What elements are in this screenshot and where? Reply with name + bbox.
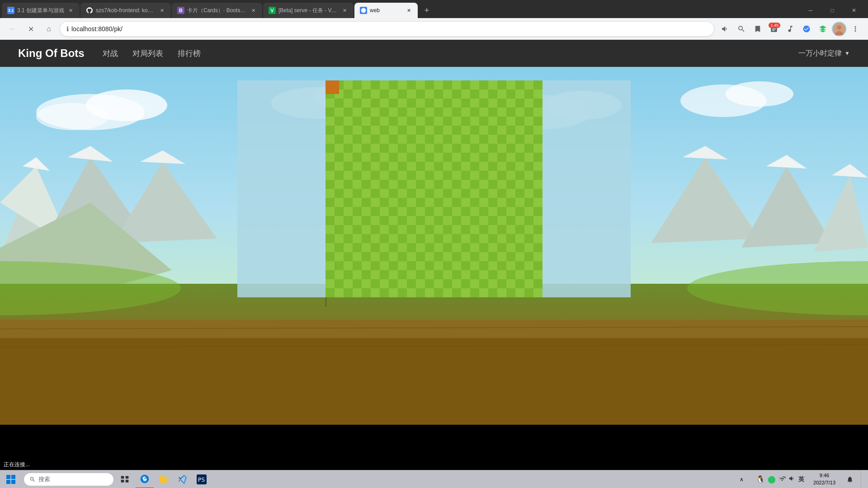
settings-button[interactable] bbox=[848, 22, 863, 36]
taskbar: 搜索 bbox=[0, 470, 868, 488]
svg-rect-42 bbox=[126, 479, 129, 482]
badge-count: 1.45 bbox=[769, 23, 780, 28]
home-button[interactable]: ⌂ bbox=[42, 22, 56, 36]
taskbar-search[interactable]: 搜索 bbox=[24, 473, 114, 486]
user-menu[interactable]: 一万小时定律 ▼ bbox=[798, 49, 850, 58]
game-container bbox=[237, 80, 631, 297]
secure-icon: ℹ bbox=[66, 25, 69, 33]
app-nav: King Of Bots 对战 对局列表 排行榜 一万小时定律 ▼ bbox=[0, 40, 868, 67]
systray: 🐧 ⬤ 英 bbox=[752, 475, 808, 484]
tab-3-title: 卡片（Cards）· Bootstra... bbox=[187, 7, 247, 14]
nav-link-leaderboard[interactable]: 排行榜 bbox=[178, 48, 201, 59]
systray-language-icon[interactable]: 英 bbox=[798, 475, 804, 483]
app-title: King Of Bots bbox=[18, 47, 85, 60]
toolbar: ← ✕ ⌂ ℹ localhost:8080/pk/ 1.45 bbox=[0, 18, 868, 40]
tab-controls: ─ □ ✕ bbox=[800, 3, 868, 18]
extension-1[interactable] bbox=[799, 22, 814, 36]
systray-network-icon[interactable]: ⬤ bbox=[768, 475, 776, 483]
show-desktop-button[interactable] bbox=[861, 470, 864, 488]
svg-point-13 bbox=[726, 81, 793, 107]
zoom-button[interactable] bbox=[734, 22, 749, 36]
taskbar-clock[interactable]: 9:46 2022/7/13 bbox=[810, 472, 839, 486]
right-panel bbox=[542, 80, 631, 297]
svg-point-7 bbox=[36, 103, 108, 130]
new-tab-button[interactable]: + bbox=[420, 4, 433, 17]
nav-link-battle[interactable]: 对战 bbox=[103, 48, 118, 59]
tab-3[interactable]: B 卡片（Cards）· Bootstra... ✕ bbox=[172, 3, 262, 18]
svg-rect-39 bbox=[121, 476, 124, 479]
canvas-scrollbar[interactable] bbox=[326, 298, 326, 307]
tab-1-title: 3.1 创建菜单与游戏 bbox=[17, 7, 64, 14]
nav-link-matchlist[interactable]: 对局列表 bbox=[132, 48, 163, 59]
page-content bbox=[0, 67, 868, 425]
tab-2-title: szs7/kob-frontend: kob fr... bbox=[96, 7, 156, 14]
tab-4-close[interactable]: ✕ bbox=[341, 7, 348, 14]
status-bar: 正在连接... bbox=[0, 459, 217, 470]
status-text: 正在连接... bbox=[4, 461, 30, 469]
maximize-button[interactable]: □ bbox=[822, 3, 843, 18]
tab-4-title: [Beta] serve - 任务 - Vue C... bbox=[278, 7, 338, 14]
clock-date: 2022/7/13 bbox=[813, 479, 835, 486]
svg-rect-37 bbox=[6, 480, 10, 484]
svg-rect-35 bbox=[6, 475, 10, 479]
tab-3-favicon: B bbox=[177, 7, 184, 14]
reload-button[interactable]: ✕ bbox=[24, 22, 38, 36]
extension-audio-button[interactable] bbox=[783, 22, 797, 36]
dropdown-arrow-icon: ▼ bbox=[844, 50, 850, 56]
tab-5[interactable]: web ✕ bbox=[354, 3, 418, 18]
user-name: 一万小时定律 bbox=[798, 49, 842, 58]
collections-button[interactable]: 1.45 bbox=[767, 22, 781, 36]
taskbar-vscode-icon[interactable] bbox=[174, 470, 192, 488]
svg-rect-32 bbox=[0, 338, 868, 425]
left-panel bbox=[237, 80, 326, 297]
address-text: localhost:8080/pk/ bbox=[71, 25, 708, 33]
taskbar-right: ∧ 🐧 ⬤ 英 9:46 2022/7/13 bbox=[732, 470, 868, 488]
tab-2[interactable]: szs7/kob-frontend: kob fr... ✕ bbox=[80, 3, 171, 18]
back-button[interactable]: ← bbox=[5, 22, 20, 36]
systray-volume-icon[interactable] bbox=[788, 475, 796, 484]
read-aloud-button[interactable] bbox=[718, 22, 732, 36]
game-board[interactable] bbox=[326, 80, 542, 297]
orange-square bbox=[326, 80, 339, 94]
extension-2[interactable] bbox=[816, 22, 830, 36]
toolbar-actions: 1.45 bbox=[718, 22, 863, 36]
tab-3-close[interactable]: ✕ bbox=[250, 7, 257, 14]
tab-1[interactable]: 3.1 3.1 创建菜单与游戏 ✕ bbox=[2, 3, 80, 18]
svg-rect-40 bbox=[126, 476, 129, 479]
tab-1-close[interactable]: ✕ bbox=[67, 7, 74, 14]
taskbar-app-icons: PS bbox=[136, 470, 211, 488]
address-bar[interactable]: ℹ localhost:8080/pk/ bbox=[60, 21, 714, 37]
tab-1-favicon: 3.1 bbox=[7, 7, 14, 14]
notification-center[interactable] bbox=[841, 470, 859, 488]
svg-rect-38 bbox=[11, 480, 15, 484]
tab-2-close[interactable]: ✕ bbox=[158, 7, 165, 14]
systray-wifi-icon[interactable] bbox=[778, 475, 786, 483]
svg-text:PS: PS bbox=[198, 476, 205, 483]
taskbar-edge-icon[interactable] bbox=[136, 470, 154, 488]
svg-rect-36 bbox=[11, 475, 15, 479]
svg-point-2 bbox=[837, 25, 841, 30]
tab-5-close[interactable]: ✕ bbox=[405, 7, 412, 14]
browser-chrome: 3.1 3.1 创建菜单与游戏 ✕ szs7/kob-frontend: kob… bbox=[0, 0, 868, 40]
profile-button[interactable] bbox=[832, 22, 846, 36]
start-button[interactable] bbox=[0, 470, 22, 488]
minimize-button[interactable]: ─ bbox=[800, 3, 821, 18]
search-placeholder: 搜索 bbox=[38, 475, 50, 483]
svg-rect-41 bbox=[121, 479, 124, 482]
tab-4[interactable]: V [Beta] serve - 任务 - Vue C... ✕ bbox=[263, 3, 354, 18]
taskbar-terminal-icon[interactable]: PS bbox=[193, 470, 211, 488]
tab-bar: 3.1 3.1 创建菜单与游戏 ✕ szs7/kob-frontend: kob… bbox=[0, 0, 868, 18]
systray-penguin-icon[interactable]: 🐧 bbox=[756, 475, 765, 483]
close-button[interactable]: ✕ bbox=[844, 3, 864, 18]
svg-point-0 bbox=[361, 8, 366, 13]
tab-5-favicon bbox=[360, 7, 367, 14]
taskbar-explorer-icon[interactable] bbox=[155, 470, 173, 488]
tab-5-title: web bbox=[370, 7, 402, 14]
clock-time: 9:46 bbox=[820, 472, 829, 479]
nav-links: 对战 对局列表 排行榜 bbox=[103, 48, 201, 59]
show-hidden-icons[interactable]: ∧ bbox=[732, 470, 750, 488]
game-canvas-wrapper bbox=[326, 80, 542, 297]
task-view-button[interactable] bbox=[116, 470, 134, 488]
tab-4-favicon: V bbox=[269, 7, 276, 14]
favorites-button[interactable] bbox=[750, 22, 765, 36]
